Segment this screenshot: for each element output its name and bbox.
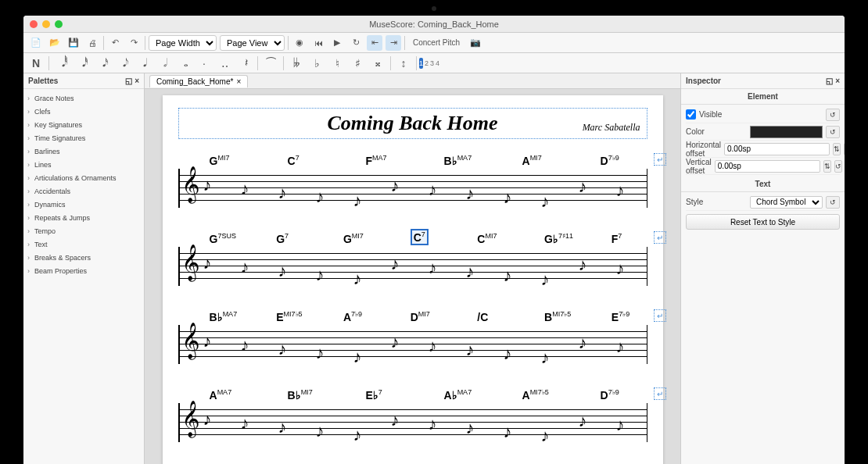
close-panel-icon[interactable]: ×: [135, 77, 139, 85]
reset-text-to-style-button[interactable]: Reset Text to Style: [686, 214, 840, 230]
chord-symbol[interactable]: G7: [276, 232, 289, 245]
palette-item-lines[interactable]: Lines: [23, 159, 144, 172]
note[interactable]: ♪: [541, 269, 550, 290]
chord-symbol[interactable]: AMI7♭5: [522, 388, 549, 402]
tie-icon[interactable]: ⁀: [263, 55, 278, 71]
chord-symbol[interactable]: CMI7: [477, 232, 497, 245]
chord-symbol[interactable]: B♭MA7: [210, 310, 238, 323]
note[interactable]: ♪: [391, 254, 400, 274]
note[interactable]: ♪: [541, 426, 550, 446]
note[interactable]: ♪: [579, 333, 587, 353]
note[interactable]: ♪: [616, 180, 625, 201]
note-8th-icon[interactable]: 𝅘𝅥𝅮: [115, 55, 131, 71]
close-inspector-icon[interactable]: ×: [835, 77, 840, 85]
note[interactable]: ♪: [466, 418, 475, 438]
chord-symbol[interactable]: F7: [612, 232, 622, 245]
note-input-button[interactable]: N: [28, 55, 44, 71]
note[interactable]: ♪: [429, 414, 437, 434]
voffset-input[interactable]: [715, 160, 820, 173]
flip-stem-icon[interactable]: ↕: [396, 55, 411, 71]
note[interactable]: ♪: [278, 261, 287, 281]
concert-pitch-button[interactable]: Concert Pitch: [408, 35, 464, 51]
style-select[interactable]: Chord Symbol: [750, 196, 823, 209]
palette-item-key-signatures[interactable]: Key Signatures: [23, 119, 144, 132]
note[interactable]: ♪: [504, 422, 512, 442]
note[interactable]: ♪: [429, 258, 437, 278]
color-swatch[interactable]: [750, 126, 823, 138]
note-whole-icon[interactable]: 𝅝: [176, 55, 192, 71]
title-frame[interactable]: Coming Back Home Marc Sabatella: [178, 108, 647, 139]
note[interactable]: ♪: [316, 343, 325, 363]
palette-item-tempo[interactable]: Tempo: [23, 225, 144, 238]
voice-3-button[interactable]: 3: [430, 58, 434, 69]
note[interactable]: ♪: [466, 184, 475, 204]
palette-item-grace-notes[interactable]: Grace Notes: [23, 92, 144, 105]
system-break-icon[interactable]: ↵: [654, 387, 666, 400]
note[interactable]: ♪: [466, 340, 475, 360]
loop-button[interactable]: ↻: [348, 35, 364, 51]
note-32nd-icon[interactable]: 𝅘𝅥𝅰: [74, 55, 90, 71]
system-break-icon[interactable]: ↵: [654, 153, 666, 166]
note-64th-icon[interactable]: 𝅘𝅥𝅱: [54, 55, 70, 71]
note[interactable]: ♪: [391, 176, 400, 196]
image-capture-button[interactable]: 📷: [468, 35, 483, 51]
chord-symbol[interactable]: AMI7: [522, 154, 542, 167]
new-file-button[interactable]: 📄: [28, 35, 44, 51]
zoom-select[interactable]: Page Width: [149, 35, 217, 51]
note[interactable]: ♪: [579, 255, 587, 275]
note[interactable]: ♪: [504, 187, 512, 208]
hoffset-input[interactable]: [724, 143, 830, 155]
palette-item-breaks-spacers[interactable]: Breaks & Spacers: [23, 252, 144, 265]
note[interactable]: ♪: [278, 183, 287, 203]
system-break-icon[interactable]: ↵: [654, 231, 666, 244]
palette-item-text[interactable]: Text: [23, 238, 144, 252]
play-button[interactable]: ▶: [329, 35, 345, 51]
chord-symbol[interactable]: D7♭9: [601, 388, 619, 402]
chord-symbol[interactable]: A7♭9: [343, 310, 362, 323]
undo-button[interactable]: ↶: [107, 35, 123, 51]
composer-name[interactable]: Marc Sabatella: [583, 122, 640, 134]
score-canvas[interactable]: Coming Back Home Marc Sabatella GMI7C7FM…: [145, 89, 680, 464]
close-tab-icon[interactable]: ×: [236, 77, 241, 86]
note[interactable]: ♪: [316, 421, 325, 441]
note[interactable]: ♪: [429, 336, 437, 356]
view-select[interactable]: Page View: [220, 35, 285, 51]
note[interactable]: ♪: [391, 332, 400, 352]
note[interactable]: ♪: [429, 180, 437, 200]
note[interactable]: ♪: [391, 410, 400, 430]
note[interactable]: ♪: [353, 269, 362, 289]
palette-item-accidentals[interactable]: Accidentals: [23, 185, 144, 198]
chord-symbol[interactable]: E7♭9: [612, 310, 629, 323]
note[interactable]: ♪: [203, 409, 212, 430]
palette-item-articulations-ornaments[interactable]: Articulations & Ornaments: [23, 172, 144, 185]
palette-item-beam-properties[interactable]: Beam Properties: [23, 265, 144, 278]
rest-icon[interactable]: 𝄽: [237, 55, 253, 71]
note[interactable]: ♪: [353, 347, 362, 367]
palette-item-clefs[interactable]: Clefs: [23, 105, 144, 119]
note[interactable]: ♪: [541, 348, 550, 368]
note[interactable]: ♪: [616, 415, 625, 435]
reset-color-button[interactable]: ↺: [826, 126, 840, 138]
visible-checkbox[interactable]: [686, 109, 696, 120]
save-file-button[interactable]: 💾: [66, 35, 81, 51]
double-sharp-icon[interactable]: 𝄪: [370, 55, 386, 71]
voffset-stepper[interactable]: ⇅: [823, 160, 831, 173]
reset-style-button[interactable]: ↺: [826, 196, 840, 209]
note[interactable]: ♪: [241, 413, 249, 434]
palette-item-repeats-jumps[interactable]: Repeats & Jumps: [23, 212, 144, 225]
note[interactable]: ♪: [353, 191, 362, 211]
loop-out-button[interactable]: ⇥: [386, 35, 401, 51]
voice-1-button[interactable]: 1: [419, 58, 423, 69]
note[interactable]: ♪: [241, 179, 249, 199]
chord-symbol[interactable]: EMI7♭5: [276, 310, 302, 323]
undock-inspector-icon[interactable]: ◱: [826, 77, 833, 85]
note-dot-icon[interactable]: ·: [196, 55, 212, 71]
rewind-button[interactable]: ⏮: [310, 35, 326, 51]
note[interactable]: ♪: [579, 177, 587, 197]
palette-item-barlines[interactable]: Barlines: [23, 145, 144, 159]
reset-voffset-button[interactable]: ↺: [834, 160, 842, 173]
chord-symbol[interactable]: C7: [288, 154, 299, 167]
note[interactable]: ♪: [203, 253, 212, 273]
chord-symbol[interactable]: B♭MI7: [288, 388, 313, 402]
note[interactable]: ♪: [466, 262, 475, 282]
